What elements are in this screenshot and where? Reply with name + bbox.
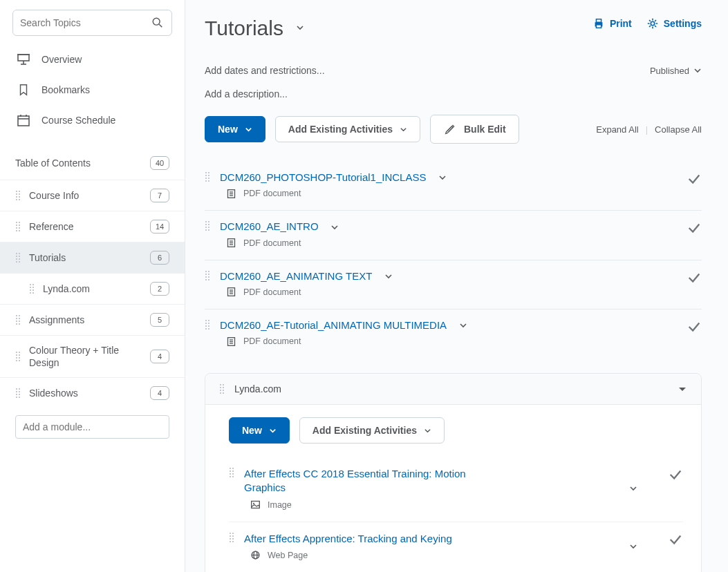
- content-item-title[interactable]: DCM260_PHOTOSHOP-Tutorial1_INCLASS: [220, 171, 426, 183]
- submodule-item-title[interactable]: After Effects Apprentice: Tracking and K…: [244, 532, 493, 546]
- submodule-new-button[interactable]: New: [229, 417, 290, 444]
- content-item-title[interactable]: DCM260_AE-Tutorial_ANIMATING MULTIMEDIA: [220, 319, 447, 331]
- nav-overview[interactable]: Overview: [0, 44, 185, 75]
- sidebar: Overview Bookmarks Course Schedule Table…: [0, 0, 185, 572]
- page-title-dropdown[interactable]: [296, 23, 304, 34]
- svg-rect-30: [251, 502, 259, 508]
- add-existing-label: Add Existing Activities: [288, 124, 393, 135]
- sidebar-item-reference[interactable]: Reference14: [0, 211, 185, 242]
- print-button[interactable]: Print: [592, 17, 632, 30]
- drag-handle-icon[interactable]: [229, 532, 234, 543]
- sidebar-item-colour-theory[interactable]: Colour Theory + Title Design4: [0, 335, 185, 377]
- image-icon: [248, 498, 262, 512]
- submodule: Lynda.com New Add Existing Activities Af…: [205, 373, 702, 572]
- submodule-item: After Effects CC 2018 Essential Training…: [229, 457, 683, 522]
- sidebar-item-label: Assignments: [29, 314, 142, 326]
- new-button[interactable]: New: [205, 116, 265, 142]
- svg-rect-12: [596, 25, 601, 28]
- chevron-down-icon[interactable]: [678, 384, 687, 394]
- check-icon: [687, 171, 702, 189]
- add-module-input[interactable]: [15, 415, 169, 439]
- submodule-item-type: Image: [268, 500, 292, 510]
- drag-handle-icon[interactable]: [229, 467, 234, 478]
- sidebar-item-assignments[interactable]: Assignments5: [0, 304, 185, 335]
- sidebar-item-tutorials[interactable]: Tutorials6: [0, 242, 185, 273]
- drag-handle-icon[interactable]: [15, 388, 21, 399]
- sidebar-item-badge: 2: [150, 282, 169, 296]
- drag-handle-icon[interactable]: [205, 171, 210, 182]
- drag-handle-icon[interactable]: [15, 252, 21, 263]
- content-item-type: PDF document: [243, 238, 301, 248]
- svg-point-0: [153, 18, 160, 25]
- drag-handle-icon[interactable]: [15, 314, 21, 325]
- add-description-link[interactable]: Add a description...: [205, 88, 702, 99]
- add-dates-link[interactable]: Add dates and restrictions...: [205, 65, 325, 76]
- content-item-title[interactable]: DCM260_AE_INTRO: [220, 220, 319, 232]
- content-item-title[interactable]: DCM260_AE_ANIMATING TEXT: [220, 270, 372, 282]
- content-item-dropdown[interactable]: [330, 222, 339, 233]
- content-item: DCM260_AE_INTRO PDF document: [205, 211, 702, 260]
- sidebar-item-label: Lynda.com: [43, 283, 142, 295]
- check-icon: [687, 270, 702, 287]
- settings-button[interactable]: Settings: [646, 17, 702, 30]
- content-item-dropdown[interactable]: [384, 271, 393, 283]
- toc-header[interactable]: Table of Contents 40: [0, 146, 185, 180]
- content-item: DCM260_AE_ANIMATING TEXT PDF document: [205, 260, 702, 309]
- svg-rect-2: [18, 55, 29, 61]
- bulk-edit-button[interactable]: Bulk Edit: [430, 115, 519, 144]
- submodule-item-dropdown[interactable]: [629, 484, 637, 495]
- settings-label: Settings: [664, 18, 702, 29]
- nav-bookmarks-label: Bookmarks: [41, 84, 90, 95]
- published-status[interactable]: Published: [650, 66, 702, 76]
- search-input[interactable]: [20, 17, 151, 28]
- web-icon: [248, 549, 262, 562]
- collapse-all-link[interactable]: Collapse All: [655, 124, 702, 135]
- sidebar-item-lynda[interactable]: Lynda.com2: [0, 273, 185, 304]
- nav-overview-label: Overview: [41, 54, 82, 65]
- drag-handle-icon[interactable]: [205, 319, 210, 330]
- submodule-item-type: Web Page: [268, 551, 308, 560]
- bulk-edit-label: Bulk Edit: [464, 124, 506, 135]
- sidebar-item-label: Colour Theory + Title Design: [29, 344, 142, 369]
- svg-rect-11: [596, 19, 601, 23]
- submodule-add-existing-button[interactable]: Add Existing Activities: [299, 417, 445, 444]
- sidebar-item-slideshows[interactable]: Slideshows4: [0, 377, 185, 408]
- search-icon[interactable]: [151, 16, 165, 30]
- chevron-down-icon: [693, 66, 702, 75]
- content-item-dropdown[interactable]: [459, 321, 467, 332]
- published-label: Published: [650, 66, 689, 76]
- submodule-item-dropdown[interactable]: [629, 542, 637, 553]
- nav-bookmarks[interactable]: Bookmarks: [0, 75, 185, 105]
- submodule-header[interactable]: Lynda.com: [205, 374, 701, 405]
- content-item-dropdown[interactable]: [438, 173, 447, 184]
- search-box[interactable]: [12, 10, 172, 36]
- sidebar-item-course-info[interactable]: Course Info7: [0, 180, 185, 211]
- drag-handle-icon[interactable]: [205, 270, 210, 281]
- sidebar-item-badge: 14: [150, 220, 169, 233]
- content-item: DCM260_PHOTOSHOP-Tutorial1_INCLASS PDF d…: [205, 162, 702, 211]
- chevron-down-icon: [424, 427, 431, 435]
- drag-handle-icon[interactable]: [205, 220, 210, 231]
- document-icon: [224, 236, 238, 250]
- print-icon: [592, 17, 606, 30]
- chevron-down-icon: [245, 126, 252, 133]
- nav-schedule[interactable]: Course Schedule: [0, 105, 185, 135]
- content-item-type: PDF document: [243, 287, 301, 297]
- drag-handle-icon[interactable]: [15, 351, 21, 362]
- submodule-item: After Effects Apprentice: Tracking and K…: [229, 522, 683, 572]
- add-existing-button[interactable]: Add Existing Activities: [275, 116, 420, 142]
- sidebar-item-badge: 7: [150, 189, 169, 202]
- check-icon: [668, 467, 683, 484]
- sidebar-item-badge: 6: [150, 251, 169, 265]
- submodule-items: After Effects CC 2018 Essential Training…: [229, 457, 683, 572]
- drag-handle-icon[interactable]: [15, 190, 21, 201]
- separator: |: [646, 124, 648, 135]
- drag-handle-icon[interactable]: [29, 283, 35, 294]
- sidebar-item-label: Course Info: [29, 189, 142, 202]
- submodule-item-title[interactable]: After Effects CC 2018 Essential Training…: [244, 467, 493, 495]
- projector-icon: [17, 53, 30, 66]
- drag-handle-icon[interactable]: [219, 383, 225, 394]
- expand-all-link[interactable]: Expand All: [596, 124, 638, 135]
- drag-handle-icon[interactable]: [15, 221, 21, 232]
- document-icon: [224, 187, 238, 200]
